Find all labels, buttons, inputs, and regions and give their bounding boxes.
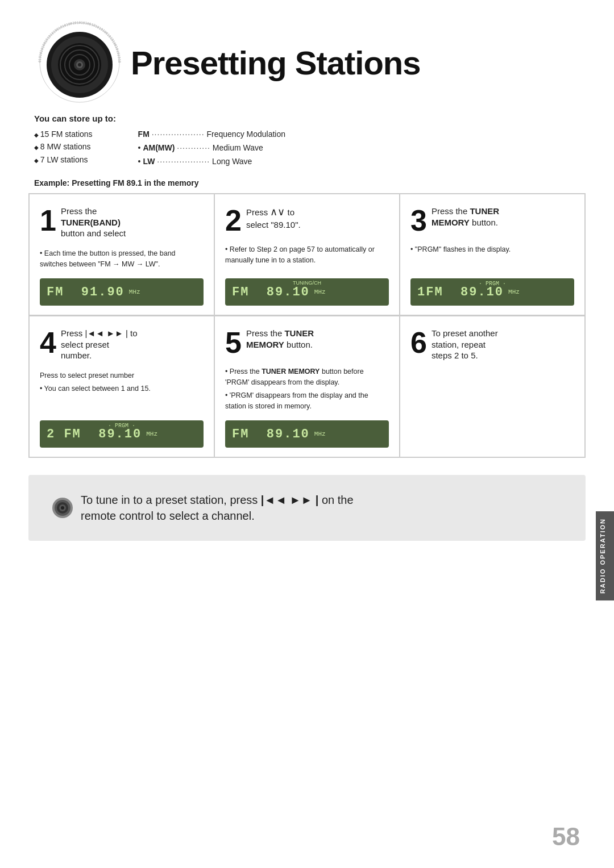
definition-fm: FM ··················· Frequency Modulat… [138,128,285,141]
page-number: 58 [552,823,580,851]
list-item: 7 LW stations [34,153,93,166]
store-columns: 15 FM stations 8 MW stations 7 LW statio… [34,128,580,168]
step-2: 2 Press ∧∨ to select "89.10". • Refer to… [214,194,400,315]
steps-row-1: 1 Press the TUNER(BAND) button and selec… [28,193,586,316]
step-2-body: • Refer to Step 2 on page 57 to automati… [225,244,389,272]
step-3-title: Press the TUNER MEMORY button. [432,206,499,228]
page-title: Presetting Stations [131,44,421,82]
step-6-number: 6 [410,328,427,357]
example-title: Example: Presetting FM 89.1 in the memor… [34,178,198,187]
speaker-svg: 0101010100101010100101010010101010010101… [34,17,125,108]
step-4-header: 4 Press |◄◄ ►► | to select preset number… [40,328,204,361]
step-4-note: Press to select preset number [40,370,204,381]
prgm-label: · PRGM · [479,281,506,287]
step-6-title: To preset another station, repeat steps … [432,328,498,361]
step-6: 6 To preset another station, repeat step… [400,316,585,457]
step-4-body: Press to select preset number • You can … [40,370,204,414]
step-5-number: 5 [225,328,242,357]
step-5-title: Press the TUNER MEMORY button. [246,328,314,350]
step-1: 1 Press the TUNER(BAND) button and selec… [29,194,214,315]
step-3: 3 Press the TUNER MEMORY button. • "PRGM… [400,194,585,315]
step-2-lcd: TUNING/CH FM 89.10 MHz [225,278,389,306]
step-4-lcd: · PRGM · 2 FM 89.10 MHz [40,420,204,448]
step-6-header: 6 To preset another station, repeat step… [410,328,574,361]
store-title: You can store up to: [34,114,580,123]
steps-row-2: 4 Press |◄◄ ►► | to select preset number… [28,316,586,458]
store-left: 15 FM stations 8 MW stations 7 LW statio… [34,128,93,168]
definition-lw: • LW ··················· Long Wave [138,155,285,169]
small-speaker-icon [51,496,74,519]
speaker-graphic: 0101010100101010100101010010101010010101… [34,17,125,108]
step-3-lcd: · PRGM · 1FM 89.10 MHz [410,278,574,306]
step-3-number: 3 [410,206,427,235]
list-item: 8 MW stations [34,140,93,153]
step-1-title: Press the TUNER(BAND) button and select [61,206,126,239]
step-4-number: 4 [40,328,56,357]
step-3-body: • "PRGM" flashes in the display. [410,244,574,272]
step-5-lcd: FM 89.10 MHz [225,420,389,448]
step-1-header: 1 Press the TUNER(BAND) button and selec… [40,206,204,239]
example-header: Example: Presetting FM 89.1 in the memor… [0,168,614,193]
svg-point-15 [61,506,64,510]
step-4-title: Press |◄◄ ►► | to select preset number. [61,328,138,361]
store-right: FM ··················· Frequency Modulat… [138,128,285,168]
header-area: 0101010100101010100101010010101010010101… [0,0,614,114]
step-2-title: Press ∧∨ to select "89.10". [246,206,301,230]
step-5: 5 Press the TUNER MEMORY button. • Press… [214,316,400,457]
step-5-header: 5 Press the TUNER MEMORY button. [225,328,389,357]
step-6-body [410,370,574,448]
definition-amw: • AM(MW) ············ Medium Wave [138,141,285,155]
step-1-body: • Each time the button is pressed, the b… [40,248,204,272]
step-1-lcd: FM 91.90 MHz [40,278,204,306]
bottom-note: To tune in to a preset station, press |◄… [28,475,586,541]
prgm-label-2: · PRGM · [108,423,135,429]
bottom-note-text: To tune in to a preset station, press |◄… [81,492,354,524]
svg-point-10 [78,63,81,66]
tuning-label: TUNING/CH [293,280,321,286]
side-tab: RADIO OPERATION [596,511,614,600]
list-item: 15 FM stations [34,128,93,140]
step-2-number: 2 [225,206,242,235]
store-section: You can store up to: 15 FM stations 8 MW… [0,114,614,168]
step-4: 4 Press |◄◄ ►► | to select preset number… [29,316,214,457]
step-5-body: • Press the TUNER MEMORY button before '… [225,366,389,414]
step-2-header: 2 Press ∧∨ to select "89.10". [225,206,389,235]
store-items: 15 FM stations 8 MW stations 7 LW statio… [34,128,93,166]
step-3-header: 3 Press the TUNER MEMORY button. [410,206,574,235]
step-1-number: 1 [40,206,56,235]
